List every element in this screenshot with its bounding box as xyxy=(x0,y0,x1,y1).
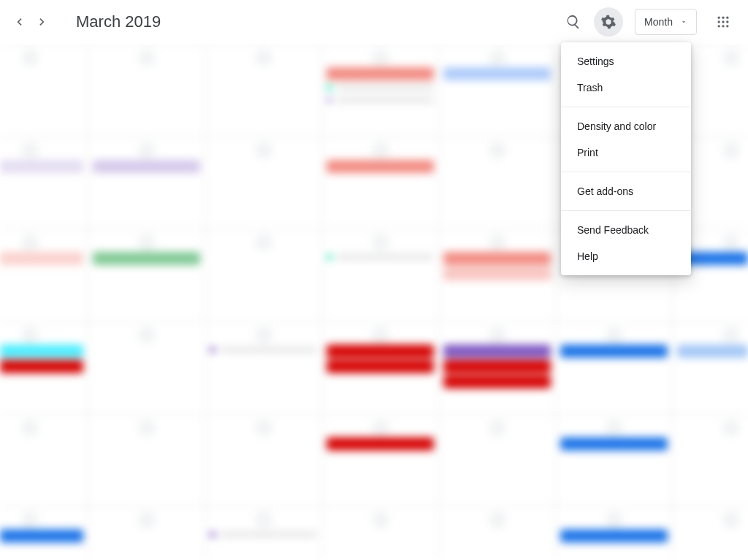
view-select[interactable]: Month xyxy=(635,9,697,35)
svg-point-4 xyxy=(722,20,724,23)
search-icon xyxy=(565,14,581,30)
menu-item-feedback[interactable]: Send Feedback xyxy=(561,217,691,243)
menu-separator xyxy=(561,107,691,107)
menu-item-print[interactable]: Print xyxy=(561,139,691,166)
page-title: March 2019 xyxy=(76,12,161,31)
gear-icon xyxy=(600,14,617,30)
view-select-label: Month xyxy=(644,16,673,28)
apps-grid-icon xyxy=(716,15,730,29)
prev-button[interactable] xyxy=(7,10,31,34)
chevron-right-icon xyxy=(35,15,50,29)
caret-down-icon xyxy=(680,18,687,26)
menu-item-addons[interactable]: Get add-ons xyxy=(561,178,691,204)
svg-point-8 xyxy=(726,25,728,27)
svg-point-2 xyxy=(726,17,728,19)
chevron-left-icon xyxy=(12,15,26,29)
menu-item-trash[interactable]: Trash xyxy=(561,74,691,101)
menu-item-help[interactable]: Help xyxy=(561,243,691,269)
settings-button[interactable] xyxy=(594,7,623,37)
svg-point-7 xyxy=(722,25,724,27)
svg-point-3 xyxy=(718,20,720,23)
menu-item-density[interactable]: Density and color xyxy=(561,113,691,139)
next-button[interactable] xyxy=(31,10,54,34)
settings-menu: Settings Trash Density and color Print G… xyxy=(561,42,691,275)
apps-button[interactable] xyxy=(709,7,738,37)
svg-point-6 xyxy=(718,25,720,27)
app-header: March 2019 Month xyxy=(0,0,748,44)
svg-point-0 xyxy=(718,17,720,19)
menu-separator xyxy=(561,172,691,172)
menu-item-settings[interactable]: Settings xyxy=(561,48,691,74)
menu-separator xyxy=(561,210,691,211)
svg-point-1 xyxy=(722,17,724,19)
search-button[interactable] xyxy=(559,7,588,37)
svg-point-5 xyxy=(726,20,728,23)
